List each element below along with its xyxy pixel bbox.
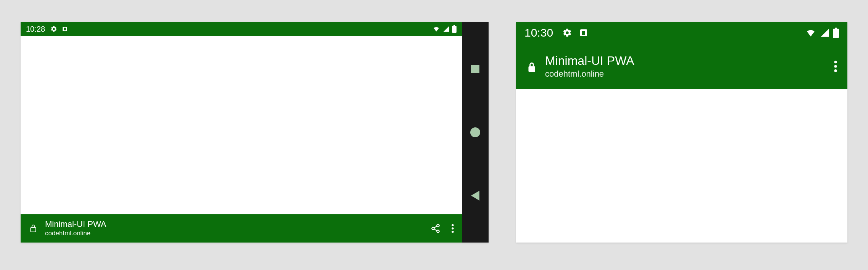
app-subtitle: codehtml.online (545, 69, 634, 79)
svg-point-5 (437, 224, 439, 227)
status-left-icons (562, 28, 588, 38)
nav-home-button[interactable] (470, 127, 480, 137)
svg-point-10 (452, 224, 453, 226)
gear-icon (562, 28, 572, 38)
status-time: 10:28 (26, 25, 45, 34)
signal-icon (443, 26, 450, 32)
lock-icon (526, 61, 537, 74)
svg-point-7 (437, 230, 439, 233)
status-right-icons (432, 25, 457, 33)
svg-point-6 (432, 227, 434, 230)
svg-line-9 (434, 229, 437, 231)
status-bar: 10:28 (21, 22, 462, 36)
page-content (21, 36, 462, 214)
svg-rect-4 (31, 228, 35, 232)
more-icon[interactable] (451, 223, 454, 233)
app-bar: Minimal-UI PWA codehtml.online (21, 214, 462, 243)
svg-rect-2 (452, 26, 457, 33)
device-landscape: 10:28 (21, 22, 489, 243)
app-title: Minimal-UI PWA (545, 54, 634, 68)
system-nav-bar (462, 22, 489, 243)
signal-icon (820, 28, 830, 38)
app-title: Minimal-UI PWA (45, 220, 106, 229)
svg-point-20 (834, 69, 837, 72)
svg-rect-17 (528, 66, 535, 72)
svg-point-18 (834, 61, 837, 63)
status-time: 10:30 (524, 26, 553, 39)
app-bar: Minimal-UI PWA codehtml.online (516, 43, 847, 89)
svg-line-8 (434, 226, 437, 228)
page-content (516, 89, 847, 243)
device-main-column: 10:28 (21, 22, 462, 243)
badge-icon (62, 26, 68, 32)
wifi-icon (432, 26, 440, 32)
nav-back-button[interactable] (470, 191, 480, 201)
battery-icon (833, 27, 839, 38)
svg-rect-1 (64, 28, 66, 31)
svg-rect-15 (833, 29, 839, 38)
gear-icon (50, 26, 57, 32)
nav-overview-button[interactable] (470, 64, 480, 74)
lock-icon (28, 223, 38, 233)
wifi-icon (805, 28, 817, 38)
app-bar-text: Minimal-UI PWA codehtml.online (545, 54, 634, 79)
device-portrait: 10:30 Minimal-UI PWA code (516, 22, 847, 243)
status-bar: 10:30 (516, 22, 847, 43)
battery-icon (452, 25, 457, 33)
svg-rect-14 (582, 31, 585, 35)
share-icon[interactable] (431, 223, 440, 233)
badge-icon (579, 28, 588, 37)
more-icon[interactable] (834, 60, 837, 73)
app-bar-text: Minimal-UI PWA codehtml.online (45, 220, 106, 237)
app-subtitle: codehtml.online (45, 230, 106, 237)
svg-rect-16 (835, 28, 837, 29)
status-right-icons (805, 27, 839, 38)
svg-point-11 (452, 227, 453, 229)
svg-rect-3 (453, 25, 455, 26)
svg-point-19 (834, 65, 837, 68)
svg-point-12 (452, 231, 453, 233)
status-left-icons (50, 26, 68, 32)
